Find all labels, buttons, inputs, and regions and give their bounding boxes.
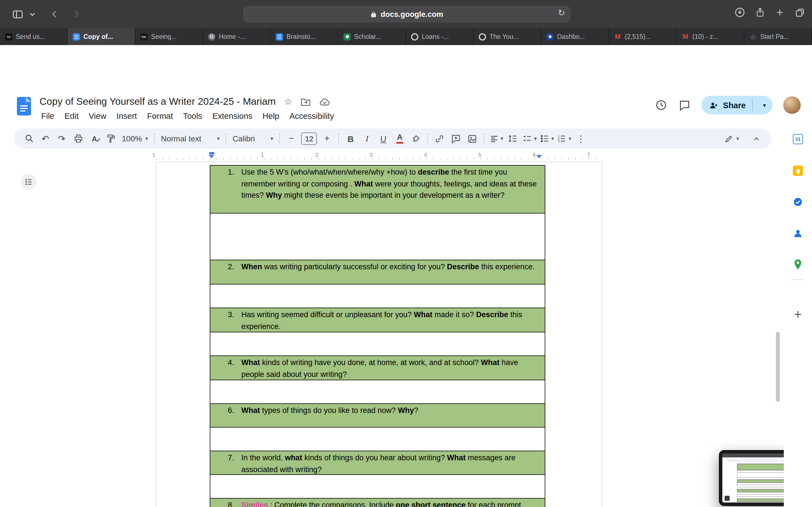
tab-overview-icon[interactable] <box>795 7 805 18</box>
question-row[interactable]: 3.Has writing seemed difficult or unplea… <box>210 308 545 332</box>
font-size-field[interactable]: 12 <box>301 132 317 145</box>
browser-tab[interactable]: is2Send us... <box>0 28 68 45</box>
new-tab-icon[interactable] <box>775 7 785 17</box>
cloud-status-icon[interactable] <box>319 97 331 106</box>
editing-mode-button[interactable]: ▾ <box>724 131 739 146</box>
question-row[interactable]: 8.Similes : Complete the comparisons. In… <box>210 499 545 507</box>
maps-icon[interactable] <box>793 259 803 270</box>
browser-tab[interactable]: D2LSeeing... <box>135 28 203 45</box>
keep-icon[interactable] <box>793 166 803 176</box>
search-menus-icon[interactable] <box>22 131 36 146</box>
document-title[interactable]: Copy of Seeing Yourself as a Writer 2024… <box>40 96 276 108</box>
question-row[interactable]: 4.What kinds of writing have you done, a… <box>210 356 545 380</box>
browser-tab[interactable]: Scholar... <box>338 28 406 45</box>
tasks-icon[interactable] <box>793 196 803 207</box>
line-spacing-icon[interactable] <box>506 131 520 146</box>
decrease-font-icon[interactable]: − <box>285 131 298 146</box>
answer-row[interactable] <box>210 214 545 260</box>
star-icon[interactable]: ☆ <box>284 96 292 107</box>
vertical-scrollbar[interactable] <box>776 332 780 402</box>
browser-tab[interactable]: Copy of... <box>68 28 135 45</box>
insert-image-icon[interactable] <box>466 131 479 146</box>
share-dropdown-caret[interactable]: ▾ <box>759 102 770 108</box>
chevron-down-icon[interactable] <box>25 7 40 21</box>
question-row[interactable]: 7.In the world, what kinds of things do … <box>210 451 545 475</box>
menu-help[interactable]: Help <box>257 110 285 122</box>
increase-font-icon[interactable]: + <box>320 131 334 146</box>
insert-link-icon[interactable] <box>433 131 447 146</box>
get-addons-icon[interactable] <box>792 309 804 320</box>
browser-tab[interactable]: ☆Start Pa... <box>744 28 812 45</box>
browser-tab[interactable]: Brainsto... <box>271 28 338 45</box>
left-indent-marker[interactable] <box>209 155 214 158</box>
font-select[interactable]: Calibri▾ <box>233 134 273 143</box>
question-row[interactable]: 6.What types of things do you like to re… <box>210 404 545 428</box>
document-page[interactable]: 1.Use the 5 W’s (who/what/when/where/why… <box>156 162 602 507</box>
menu-file[interactable]: File <box>36 110 59 122</box>
sidebar-toggle-icon[interactable] <box>10 7 25 21</box>
browser-tab[interactable]: Loans -... <box>406 28 474 45</box>
google-docs-logo[interactable] <box>16 96 32 116</box>
question-row[interactable]: 1.Use the 5 W’s (who/what/when/where/why… <box>210 166 545 214</box>
calendar-icon[interactable]: 31 <box>793 134 803 144</box>
tab-strip: is2Send us...Copy of...D2LSeeing...GHome… <box>0 28 812 45</box>
address-bar[interactable]: docs.google.com ↻ <box>243 6 571 22</box>
menu-accessibility[interactable]: Accessibility <box>285 110 339 122</box>
menu-view[interactable]: View <box>84 110 111 122</box>
zoom-select[interactable]: 100%▾ <box>122 134 148 143</box>
forward-button[interactable] <box>69 7 84 21</box>
undo-icon[interactable]: ↶ <box>39 131 52 146</box>
add-comment-icon[interactable] <box>449 131 463 146</box>
move-folder-icon[interactable] <box>301 97 311 106</box>
url-text: docs.google.com <box>380 10 443 18</box>
print-icon[interactable] <box>71 131 85 146</box>
contacts-icon[interactable] <box>793 228 803 239</box>
more-options-icon[interactable]: ⋮ <box>574 131 588 146</box>
browser-tab[interactable]: ★Dashbo... <box>541 28 609 45</box>
answer-row[interactable] <box>210 284 545 308</box>
paragraph-style-select[interactable]: Normal text▾ <box>161 134 220 143</box>
menu-edit[interactable]: Edit <box>59 110 84 122</box>
share-icon[interactable] <box>755 7 765 18</box>
answer-row[interactable] <box>210 475 545 499</box>
account-avatar[interactable] <box>783 96 801 114</box>
menu-format[interactable]: Format <box>142 110 178 122</box>
menu-insert[interactable]: Insert <box>111 110 142 122</box>
ruler-number: 5 <box>478 152 481 158</box>
first-line-indent-marker[interactable] <box>209 152 214 154</box>
share-button[interactable]: Share ▾ <box>702 96 772 114</box>
underline-icon[interactable]: U <box>377 131 390 146</box>
paint-format-icon[interactable] <box>104 131 117 146</box>
answer-row[interactable] <box>210 380 545 404</box>
browser-tab[interactable]: M(10) - z... <box>677 28 744 45</box>
version-history-icon[interactable] <box>655 99 668 112</box>
answer-row[interactable] <box>210 428 545 451</box>
redo-icon[interactable]: ↷ <box>55 131 68 146</box>
back-button[interactable] <box>47 7 62 21</box>
downloads-icon[interactable] <box>734 7 746 18</box>
collapse-toolbar-icon[interactable] <box>750 131 763 146</box>
bold-icon[interactable]: B <box>344 131 357 146</box>
browser-tab[interactable]: M(2,515)... <box>609 28 677 45</box>
refresh-icon[interactable]: ↻ <box>558 8 565 18</box>
text-color-icon[interactable]: A <box>393 131 407 146</box>
ruler-number: 1 <box>261 152 264 158</box>
bulleted-list-icon[interactable]: ▾ <box>540 131 554 146</box>
question-row[interactable]: 2.When was writing particularly successf… <box>210 260 545 284</box>
google-docs-app: Copy of Seeing Yourself as a Writer 2024… <box>0 45 812 507</box>
document-outline-button[interactable] <box>21 174 37 190</box>
align-icon[interactable]: ▾ <box>490 131 503 146</box>
browser-tab[interactable]: GHome -... <box>203 28 271 45</box>
preview-close-icon[interactable] <box>725 496 730 501</box>
menu-tools[interactable]: Tools <box>178 110 207 122</box>
answer-row[interactable] <box>210 332 545 356</box>
highlight-color-icon[interactable] <box>409 131 423 146</box>
italic-icon[interactable]: I <box>360 131 374 146</box>
right-indent-marker[interactable] <box>536 155 542 158</box>
numbered-list-icon[interactable]: 123▾ <box>557 131 571 146</box>
comment-history-icon[interactable] <box>678 99 691 111</box>
browser-tab[interactable]: The You... <box>474 28 541 45</box>
spell-check-icon[interactable]: A✓ <box>88 131 101 146</box>
checklist-icon[interactable]: ▾ <box>522 131 537 146</box>
menu-extensions[interactable]: Extensions <box>207 110 257 122</box>
